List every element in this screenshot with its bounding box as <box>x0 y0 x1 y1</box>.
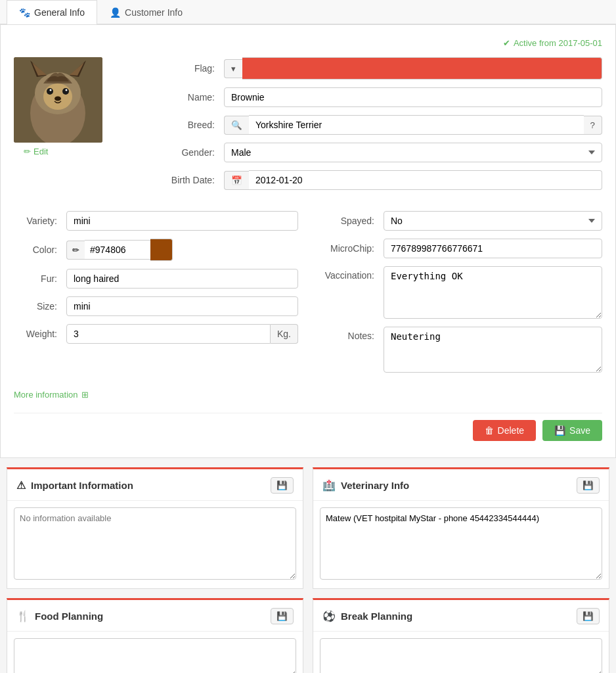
color-swatch[interactable] <box>150 239 173 261</box>
important-info-save-button[interactable]: 💾 <box>271 477 294 494</box>
food-planning-title-text: Food Planning <box>35 611 103 622</box>
flag-color-bar[interactable] <box>242 57 602 80</box>
right-col: Spayed: No Yes MicroChip: Vaccination: <box>318 211 602 381</box>
food-planning-header: 🍴 Food Planning 💾 <box>7 600 303 632</box>
break-planning-title-text: Break Planning <box>341 611 412 622</box>
edit-label: Edit <box>33 147 48 156</box>
hospital-icon: 🏥 <box>322 479 336 492</box>
color-pencil-button[interactable]: ✏ <box>66 241 85 260</box>
veterinary-info-save-button[interactable]: 💾 <box>577 477 600 494</box>
plus-icon: ⊞ <box>81 390 89 400</box>
spayed-label: Spayed: <box>318 216 384 226</box>
food-planning-panel: 🍴 Food Planning 💾 <box>7 598 303 673</box>
panels-row: ⚠ Important Information 💾 🏥 Veterinary I… <box>7 467 609 598</box>
break-planning-title: ⚽ Break Planning <box>322 610 412 622</box>
breed-search-button[interactable]: 🔍 <box>224 116 249 135</box>
break-planning-header: ⚽ Break Planning 💾 <box>313 600 609 632</box>
microchip-row: MicroChip: <box>318 239 602 258</box>
birth-date-label: Birth Date: <box>152 175 224 185</box>
color-control: ✏ <box>66 239 298 261</box>
delete-button[interactable]: 🗑 Delete <box>473 420 536 441</box>
calendar-icon-button[interactable]: 📅 <box>224 171 249 190</box>
spayed-select[interactable]: No Yes <box>384 211 602 231</box>
veterinary-info-body <box>313 501 609 588</box>
edit-link[interactable]: ✏ Edit <box>14 147 139 156</box>
fur-label: Fur: <box>14 273 66 284</box>
two-col-section: Variety: Color: ✏ Fur: <box>14 211 602 381</box>
veterinary-info-panel: 🏥 Veterinary Info 💾 <box>313 467 609 589</box>
breed-help-button[interactable]: ? <box>584 116 602 135</box>
spayed-row: Spayed: No Yes <box>318 211 602 231</box>
microchip-label: MicroChip: <box>318 243 384 254</box>
svg-point-12 <box>55 97 61 101</box>
content-area: ⚠ Important Information 💾 🏥 Veterinary I… <box>0 467 616 673</box>
notes-textarea[interactable] <box>384 327 602 373</box>
breed-control: 🔍 ? <box>224 115 602 135</box>
birth-date-input[interactable] <box>249 170 602 190</box>
bottom-panels-row: 🍴 Food Planning 💾 ⚽ Break Planning 💾 <box>7 598 609 673</box>
break-planning-save-button[interactable]: 💾 <box>577 608 600 624</box>
important-info-title-text: Important Information <box>31 480 133 491</box>
food-planning-save-button[interactable]: 💾 <box>271 608 294 624</box>
variety-row: Variety: <box>14 211 298 231</box>
breed-input[interactable] <box>249 115 584 135</box>
person-icon: 👤 <box>110 7 121 18</box>
birth-date-row: Birth Date: 📅 <box>152 170 602 190</box>
warning-icon: ⚠ <box>16 479 26 492</box>
more-info-link[interactable]: More information ⊞ <box>14 390 602 400</box>
active-status-text: Active from 2017-05-01 <box>514 38 602 48</box>
veterinary-info-title-text: Veterinary Info <box>341 480 409 491</box>
pet-image-col: ✏ Edit <box>14 57 139 198</box>
save-label: Save <box>569 425 590 436</box>
gender-label: Gender: <box>152 147 224 158</box>
variety-input[interactable] <box>66 211 298 231</box>
important-info-header: ⚠ Important Information 💾 <box>7 469 303 501</box>
color-row: Color: ✏ <box>14 239 298 261</box>
paw-icon: 🐾 <box>19 7 30 18</box>
weight-input[interactable] <box>66 324 271 344</box>
vaccination-label: Vaccination: <box>318 266 384 281</box>
food-icon: 🍴 <box>16 610 30 622</box>
important-info-body <box>7 501 303 588</box>
tab-general-info[interactable]: 🐾 General Info <box>7 0 97 24</box>
name-input[interactable] <box>224 87 602 107</box>
size-input[interactable] <box>66 296 298 316</box>
break-planning-textarea[interactable] <box>320 638 602 673</box>
date-control: 📅 <box>224 170 602 190</box>
pet-image <box>14 57 102 143</box>
microchip-input[interactable] <box>384 239 602 258</box>
important-info-panel: ⚠ Important Information 💾 <box>7 467 303 589</box>
veterinary-info-header: 🏥 Veterinary Info 💾 <box>313 469 609 501</box>
fur-input[interactable] <box>66 269 298 289</box>
action-bar: 🗑 Delete 💾 Save <box>14 413 602 444</box>
important-info-textarea[interactable] <box>14 507 296 580</box>
tab-customer-info[interactable]: 👤 Customer Info <box>97 0 195 24</box>
name-row: Name: <box>152 87 602 107</box>
weight-control: Kg. <box>66 324 298 344</box>
breed-row: Breed: 🔍 ? <box>152 115 602 135</box>
save-button[interactable]: 💾 Save <box>542 420 602 441</box>
variety-label: Variety: <box>14 216 66 226</box>
top-section: ✏ Edit Flag: ▾ Name: <box>14 57 602 198</box>
veterinary-info-textarea[interactable] <box>320 507 602 580</box>
trash-icon: 🗑 <box>485 425 494 436</box>
tab-customer-label: Customer Info <box>125 7 183 18</box>
left-col: Variety: Color: ✏ Fur: <box>14 211 298 381</box>
svg-point-11 <box>66 89 68 91</box>
active-status: ✔ Active from 2017-05-01 <box>14 38 602 48</box>
delete-label: Delete <box>498 425 524 436</box>
food-planning-textarea[interactable] <box>14 638 296 673</box>
food-planning-body <box>7 632 303 673</box>
weight-label: Weight: <box>14 329 66 339</box>
notes-row: Notes: <box>318 327 602 373</box>
weight-unit: Kg. <box>271 324 298 344</box>
check-icon: ✔ <box>503 38 510 48</box>
breed-label: Breed: <box>152 120 224 130</box>
break-planning-body <box>313 632 609 673</box>
flag-dropdown-button[interactable]: ▾ <box>224 59 242 78</box>
gender-select[interactable]: Male Female <box>224 143 602 162</box>
color-hex-input[interactable] <box>85 240 150 260</box>
vaccination-textarea[interactable] <box>384 266 602 319</box>
weight-row: Weight: Kg. <box>14 324 298 344</box>
veterinary-info-title: 🏥 Veterinary Info <box>322 479 409 492</box>
